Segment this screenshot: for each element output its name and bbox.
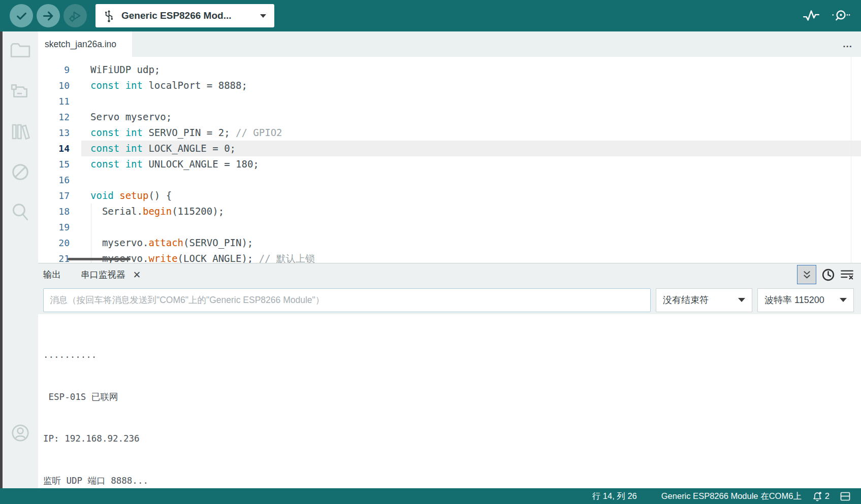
baud-rate-value: 波特率 115200 bbox=[764, 294, 824, 306]
tab-output[interactable]: 输出 bbox=[43, 268, 61, 281]
tab-overflow-menu[interactable]: ... bbox=[843, 42, 852, 47]
scroll-to-bottom-button[interactable] bbox=[797, 265, 816, 284]
folder-icon bbox=[10, 41, 31, 59]
code-line[interactable]: 13const int SERVO_PIN = 2; // GPIO2 bbox=[38, 125, 861, 141]
account-icon bbox=[10, 422, 31, 444]
baud-rate-dropdown[interactable]: 波特率 115200 bbox=[757, 288, 854, 312]
clock-icon bbox=[821, 268, 835, 282]
toolbar: Generic ESP8266 Mod... bbox=[0, 0, 861, 31]
verify-button[interactable] bbox=[10, 4, 33, 27]
sidebar-item-search[interactable] bbox=[10, 202, 31, 223]
code-line[interactable]: 11 bbox=[38, 93, 861, 109]
code-line-text: Serial.begin(115200); bbox=[70, 204, 224, 219]
search-icon bbox=[10, 202, 30, 223]
message-input[interactable] bbox=[43, 288, 651, 312]
activity-sidebar bbox=[0, 31, 38, 488]
code-line[interactable]: 14const int LOCK_ANGLE = 0; bbox=[38, 141, 861, 156]
line-number: 20 bbox=[38, 235, 70, 251]
serial-monitor-toolbar: 没有结束符 波特率 115200 bbox=[38, 286, 861, 314]
code-line[interactable]: 20 myservo.attach(SERVO_PIN); bbox=[38, 235, 861, 251]
line-number: 11 bbox=[38, 93, 70, 109]
code-line[interactable]: 19 bbox=[38, 219, 861, 235]
code-line-text: Servo myservo; bbox=[70, 109, 172, 125]
code-lines: 9WiFiUDP udp;10const int localPort = 888… bbox=[38, 57, 861, 263]
serial-monitor-icon[interactable] bbox=[832, 9, 850, 22]
code-line[interactable]: 21 myservo.write(LOCK_ANGLE); // 默认上锁 bbox=[38, 251, 861, 263]
line-number: 15 bbox=[38, 156, 70, 172]
editor-tab-bar: sketch_jan26a.ino ... bbox=[38, 31, 861, 57]
code-line[interactable]: 9WiFiUDP udp; bbox=[38, 62, 861, 78]
code-line[interactable]: 16 bbox=[38, 172, 861, 188]
line-number: 21 bbox=[38, 251, 70, 263]
line-number: 16 bbox=[38, 172, 70, 188]
code-line-text: const int LOCK_ANGLE = 0; bbox=[70, 141, 236, 156]
main-area: sketch_jan26a.ino ... 9WiFiUDP udp;10con… bbox=[0, 31, 861, 488]
board-port-status[interactable]: Generic ESP8266 Module 在COM6上 bbox=[661, 491, 802, 502]
line-number: 9 bbox=[38, 62, 70, 78]
code-line-text: WiFiUDP udp; bbox=[70, 62, 160, 78]
panel-header: 输出 串口监视器 ✕ bbox=[38, 263, 861, 286]
tab-sketch[interactable]: sketch_jan26a.ino bbox=[38, 31, 132, 57]
code-line[interactable]: 17void setup() { bbox=[38, 188, 861, 204]
tab-label: sketch_jan26a.ino bbox=[45, 39, 116, 50]
arduino-ide-window: Generic ESP8266 Mod... bbox=[0, 0, 861, 504]
cursor-position[interactable]: 行 14, 列 26 bbox=[592, 491, 637, 502]
library-books-icon bbox=[10, 121, 31, 142]
line-number: 10 bbox=[38, 78, 70, 93]
serial-output-line: IP: 192.168.92.236 bbox=[43, 432, 861, 446]
double-chevron-down-icon bbox=[802, 270, 812, 280]
horizontal-scrollbar-thumb[interactable] bbox=[68, 258, 131, 260]
code-line-text: void setup() { bbox=[70, 188, 172, 204]
close-serial-monitor-icon[interactable]: ✕ bbox=[133, 270, 141, 280]
clear-output-button[interactable] bbox=[840, 268, 854, 281]
check-icon bbox=[15, 9, 28, 23]
code-line-text: const int UNLOCK_ANGLE = 180; bbox=[70, 156, 259, 172]
usb-icon bbox=[104, 8, 114, 23]
notifications-button[interactable]: 2 bbox=[812, 491, 830, 501]
toolbar-right bbox=[802, 9, 850, 23]
serial-output-line: ESP-01S 已联网 bbox=[43, 390, 861, 405]
line-number: 12 bbox=[38, 109, 70, 125]
notification-count: 2 bbox=[825, 491, 830, 501]
serial-output-line: 监听 UDP 端口 8888... bbox=[43, 474, 861, 488]
scrollbar-track-border bbox=[851, 57, 851, 263]
line-number: 17 bbox=[38, 188, 70, 204]
bottom-panel: 输出 串口监视器 ✕ bbox=[38, 263, 861, 488]
line-ending-dropdown[interactable]: 没有结束符 bbox=[656, 288, 752, 312]
tab-serial-monitor[interactable]: 串口监视器 bbox=[81, 268, 125, 281]
status-bar: 行 14, 列 26 Generic ESP8266 Module 在COM6上… bbox=[0, 488, 861, 504]
timestamp-toggle-button[interactable] bbox=[821, 268, 835, 282]
upload-button[interactable] bbox=[37, 4, 60, 27]
code-line-text: const int SERVO_PIN = 2; // GPIO2 bbox=[70, 125, 282, 141]
code-line[interactable]: 12Servo myservo; bbox=[38, 109, 861, 125]
panel-layout-icon bbox=[840, 492, 850, 501]
sidebar-item-library-manager[interactable] bbox=[10, 121, 31, 142]
code-line-text bbox=[70, 172, 90, 188]
code-line-text: myservo.attach(SERVO_PIN); bbox=[70, 235, 253, 251]
line-ending-value: 没有结束符 bbox=[663, 294, 709, 306]
line-number: 14 bbox=[38, 141, 70, 156]
code-line[interactable]: 10const int localPort = 8888; bbox=[38, 78, 861, 93]
code-line-text: myservo.write(LOCK_ANGLE); // 默认上锁 bbox=[70, 251, 315, 263]
debug-button[interactable] bbox=[63, 4, 87, 27]
sidebar-item-debug[interactable] bbox=[10, 161, 31, 183]
caret-down-icon bbox=[260, 14, 266, 18]
code-line-text bbox=[70, 219, 90, 235]
board-icon bbox=[10, 81, 31, 101]
toggle-panel-button[interactable] bbox=[840, 492, 850, 501]
editor-column: sketch_jan26a.ino ... 9WiFiUDP udp;10con… bbox=[38, 31, 861, 488]
serial-output-area[interactable]: .......... ESP-01S 已联网 IP: 192.168.92.23… bbox=[38, 314, 861, 488]
board-selector[interactable]: Generic ESP8266 Mod... bbox=[95, 4, 274, 27]
sidebar-item-boards-manager[interactable] bbox=[10, 80, 31, 102]
code-line[interactable]: 18 Serial.begin(115200); bbox=[38, 204, 861, 219]
prohibition-icon bbox=[10, 162, 30, 182]
code-line[interactable]: 15const int UNLOCK_ANGLE = 180; bbox=[38, 156, 861, 172]
sidebar-item-account[interactable] bbox=[10, 422, 31, 444]
code-editor[interactable]: 9WiFiUDP udp;10const int localPort = 888… bbox=[38, 57, 861, 263]
line-number: 13 bbox=[38, 125, 70, 141]
line-number: 19 bbox=[38, 219, 70, 235]
panel-actions bbox=[797, 265, 854, 284]
serial-plotter-icon[interactable] bbox=[802, 9, 820, 23]
board-selector-label: Generic ESP8266 Mod... bbox=[121, 10, 231, 21]
sidebar-item-sketchbook[interactable] bbox=[10, 40, 31, 61]
